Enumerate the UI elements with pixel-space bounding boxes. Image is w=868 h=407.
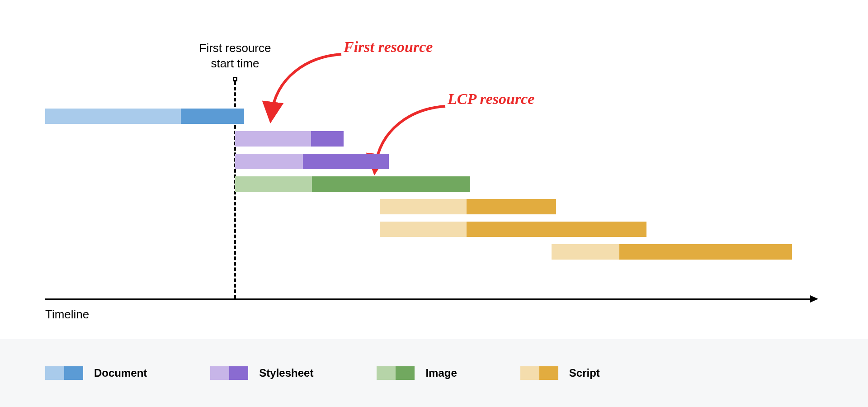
- bar-wait-segment: [235, 154, 303, 169]
- bar-wait-segment: [552, 244, 619, 260]
- legend-swatch-icon: [210, 366, 248, 380]
- legend-label: Script: [569, 367, 600, 379]
- bar-download-segment: [467, 222, 646, 237]
- bar-wait-segment: [380, 222, 467, 237]
- timeline-axis-label: Timeline: [45, 308, 89, 322]
- legend-swatch-icon: [520, 366, 558, 380]
- waterfall-bar: [380, 199, 556, 214]
- arrow-first-resource-icon: [258, 50, 357, 122]
- timeline-axis: [45, 298, 811, 300]
- timeline-axis-arrow-icon: [810, 295, 818, 303]
- marker-handle-icon: [233, 77, 237, 81]
- legend-label: Image: [425, 367, 457, 379]
- legend-item: Document: [45, 366, 147, 380]
- legend-swatch-icon: [45, 366, 83, 380]
- bar-download-segment: [181, 109, 244, 124]
- legend-item: Script: [520, 366, 600, 380]
- bar-wait-segment: [45, 109, 181, 124]
- legend-label: Stylesheet: [259, 367, 313, 379]
- bar-download-segment: [619, 244, 792, 260]
- bar-download-segment: [312, 176, 470, 192]
- legend-label: Document: [94, 367, 147, 379]
- diagram-canvas: First resource start time First resource…: [0, 0, 868, 407]
- bar-wait-segment: [380, 199, 467, 214]
- waterfall-bar: [45, 109, 244, 124]
- waterfall-bar: [235, 176, 470, 192]
- legend-item: Image: [377, 366, 457, 380]
- waterfall-bar: [380, 222, 646, 237]
- legend: DocumentStylesheetImageScript: [0, 339, 868, 407]
- waterfall-bar: [552, 244, 792, 260]
- legend-swatch-icon: [377, 366, 415, 380]
- bar-wait-segment: [235, 176, 312, 192]
- waterfall-bar: [235, 131, 344, 147]
- bar-download-segment: [311, 131, 344, 147]
- legend-item: Stylesheet: [210, 366, 313, 380]
- bar-download-segment: [467, 199, 556, 214]
- marker-label-line2: start time: [211, 57, 259, 70]
- bar-wait-segment: [235, 131, 311, 147]
- bar-download-segment: [303, 154, 389, 169]
- waterfall-bar: [235, 154, 389, 169]
